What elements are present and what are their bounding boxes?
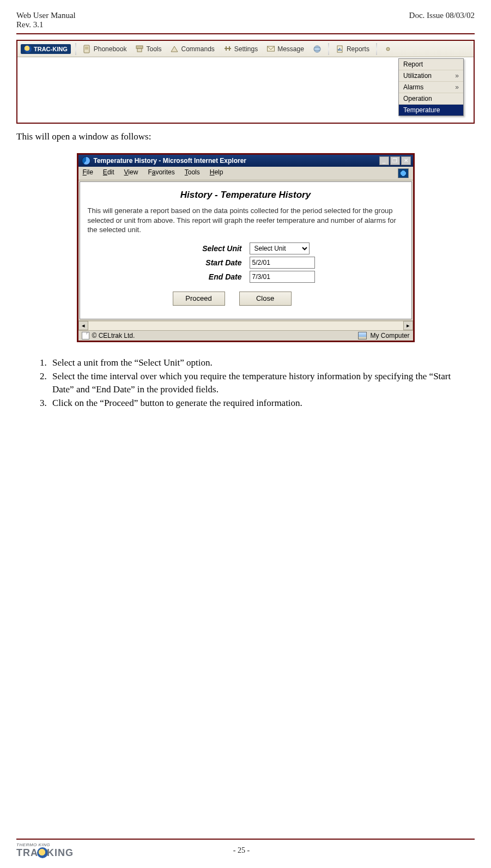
toolbar-label: Reports	[347, 45, 369, 53]
footer-logo-swirl-icon	[37, 847, 48, 858]
screenshot-ie-window: Temperature History - Microsoft Internet…	[77, 153, 415, 342]
select-unit-label: Select Unit	[177, 244, 242, 253]
menu-view[interactable]: View	[124, 168, 138, 178]
toolbar-item-settings2[interactable]	[381, 44, 395, 54]
select-unit-dropdown[interactable]: Select Unit	[250, 242, 310, 254]
status-text-left: © CELtrak Ltd.	[92, 332, 135, 339]
ie-logo-icon	[82, 156, 90, 165]
header-revision: Rev. 3.1	[16, 20, 76, 29]
scroll-track[interactable]	[88, 321, 403, 330]
start-date-input[interactable]	[250, 257, 315, 269]
menu-file[interactable]: File	[83, 168, 93, 178]
svg-point-11	[386, 47, 390, 51]
dropdown-item-utilization[interactable]: Utilization »	[399, 70, 463, 82]
svg-point-9	[314, 46, 320, 52]
toolbar-label: Message	[277, 45, 304, 53]
instruction-list: Select a unit from the “Select Unit” opt…	[49, 356, 453, 410]
svg-rect-4	[137, 48, 142, 52]
page-description: This will generate a report based on the…	[88, 206, 404, 235]
menu-help[interactable]: Help	[210, 168, 223, 178]
restore-button[interactable]: ❐	[390, 156, 400, 165]
toolbar-separator	[75, 43, 76, 55]
document-icon	[82, 332, 89, 339]
minimize-button[interactable]: _	[379, 156, 389, 165]
menu-edit[interactable]: Edit	[103, 168, 114, 178]
footer-logo: THERMO KING TRA KING	[16, 843, 74, 858]
toolbar-label: Settings	[234, 45, 258, 53]
app-toolbar: TRAC-KING Phonebook Tools Commands Setti…	[17, 41, 474, 57]
browser-statusbar: © CELtrak Ltd. My Computer	[78, 330, 413, 341]
end-date-input[interactable]	[250, 271, 315, 283]
menu-tools[interactable]: Tools	[185, 168, 200, 178]
dropdown-label: Temperature	[403, 106, 440, 114]
toolbar-label: Tools	[146, 45, 161, 53]
toolbar-item-globe[interactable]	[311, 44, 324, 54]
intro-paragraph: This will open a window as follows:	[16, 131, 475, 142]
close-form-button[interactable]: Close	[239, 292, 292, 306]
submenu-arrow-icon: »	[455, 72, 459, 80]
svg-rect-6	[226, 46, 227, 51]
instruction-step: Select the time interval over which you …	[49, 370, 453, 396]
settings-icon	[223, 45, 232, 53]
ie-throbber-icon	[398, 168, 409, 178]
scroll-right-button[interactable]: ▸	[403, 321, 413, 330]
toolbar-item-message[interactable]: Message	[264, 44, 306, 54]
menu-favorites[interactable]: Favorites	[148, 168, 174, 178]
dropdown-label: Utilization	[403, 72, 432, 80]
footer-logo-left: TRA	[16, 848, 38, 858]
footer-logo-small: THERMO KING	[16, 843, 74, 847]
commands-icon	[170, 45, 179, 53]
dropdown-item-temperature[interactable]: Temperature	[399, 105, 463, 116]
reports-dropdown: Report Utilization » Alarms » Operation …	[398, 58, 464, 116]
my-computer-icon	[358, 332, 367, 339]
toolbar-item-phonebook[interactable]: Phonebook	[81, 44, 129, 54]
screenshot-toolbar: TRAC-KING Phonebook Tools Commands Setti…	[16, 40, 475, 124]
footer-rule	[16, 839, 475, 840]
svg-rect-3	[136, 46, 143, 48]
svg-rect-5	[225, 48, 231, 49]
page-number: - 25 -	[74, 846, 409, 855]
reports-icon	[336, 45, 344, 53]
svg-rect-1	[85, 47, 88, 47]
document-footer: THERMO KING TRA KING - 25 -	[16, 839, 475, 858]
toolbar-separator	[328, 43, 329, 55]
message-icon	[266, 45, 275, 53]
dropdown-item-alarms[interactable]: Alarms »	[399, 82, 463, 93]
dropdown-label: Report	[403, 60, 423, 68]
scroll-left-button[interactable]: ◂	[78, 321, 88, 330]
toolbar-label: Commands	[181, 45, 214, 53]
end-date-label: End Date	[177, 272, 242, 281]
toolbar-item-commands[interactable]: Commands	[168, 44, 216, 54]
submenu-arrow-icon: »	[455, 83, 459, 91]
browser-content: History - Temperature History This will …	[80, 181, 412, 319]
header-rule	[16, 33, 475, 34]
toolbar-item-settings[interactable]: Settings	[221, 44, 260, 54]
toolbar-item-reports[interactable]: Reports	[334, 44, 372, 54]
logo-swirl-icon	[24, 45, 32, 53]
instruction-step: Select a unit from the “Select Unit” opt…	[49, 356, 453, 369]
dropdown-canvas: Report Utilization » Alarms » Operation …	[17, 57, 474, 123]
tools-icon	[135, 45, 144, 53]
close-button[interactable]: ✕	[401, 156, 411, 165]
dropdown-item-operation[interactable]: Operation	[399, 93, 463, 105]
proceed-button[interactable]: Proceed	[173, 292, 225, 306]
logo-text: TRAC-KING	[34, 46, 68, 52]
dropdown-item-report[interactable]: Report	[399, 59, 463, 70]
horizontal-scrollbar[interactable]: ◂ ▸	[78, 320, 413, 330]
svg-rect-2	[85, 48, 88, 49]
globe-icon	[313, 45, 322, 53]
document-header: Web User Manual Rev. 3.1 Doc. Issue 08/0…	[16, 11, 475, 31]
window-titlebar: Temperature History - Microsoft Internet…	[78, 155, 413, 167]
toolbar-label: Phonebook	[94, 45, 127, 53]
toolbar-separator	[376, 43, 377, 55]
header-doc-issue: Doc. Issue 08/03/02	[409, 11, 475, 20]
gear-icon	[384, 45, 392, 53]
footer-logo-right: KING	[47, 848, 74, 858]
window-title: Temperature History - Microsoft Internet…	[94, 157, 247, 165]
browser-menubar: File Edit View Favorites Tools Help	[78, 167, 413, 180]
toolbar-item-tools[interactable]: Tools	[133, 44, 163, 54]
page-heading: History - Temperature History	[88, 190, 404, 201]
dropdown-label: Operation	[403, 95, 432, 102]
status-text-right: My Computer	[370, 332, 409, 339]
start-date-label: Start Date	[177, 258, 242, 267]
